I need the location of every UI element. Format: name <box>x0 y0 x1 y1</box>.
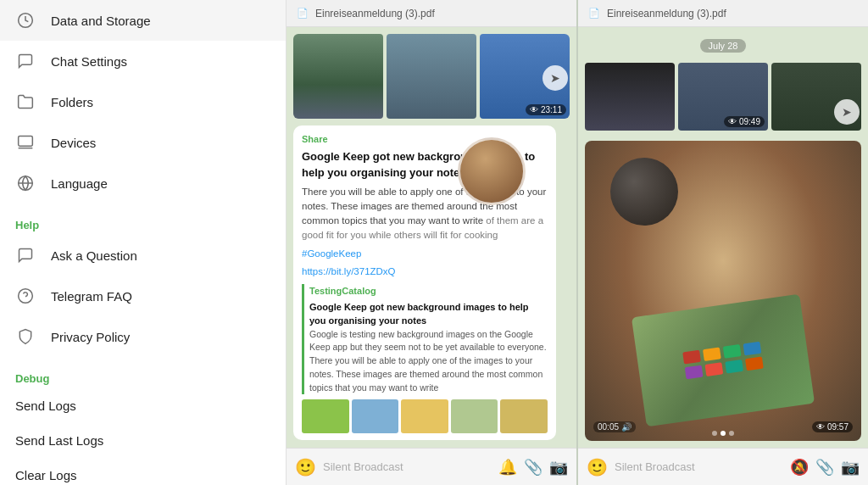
left-image-row: 👁23:11 <box>293 34 570 119</box>
sidebar-label-telegram-faq: Telegram FAQ <box>51 289 132 304</box>
left-header-filename: Einreiseanmeldung (3).pdf <box>315 8 435 20</box>
video-time-left: 23:11 <box>541 105 562 114</box>
pdf-icon-right: 📄 <box>588 8 600 19</box>
sidebar-item-chat-settings[interactable]: Chat Settings <box>0 41 286 81</box>
mini-thumb-1 <box>302 399 349 433</box>
clock-icon <box>15 10 36 31</box>
sidebar-label-folders: Folders <box>51 95 93 109</box>
mini-thumb-2 <box>352 399 399 433</box>
emoji-button-left[interactable]: 🙂 <box>295 457 316 477</box>
right-chat-panel: 📄 Einreiseanmeldung (3).pdf July 28 👁09:… <box>576 0 868 485</box>
vid-thumb-2: 👁09:49 <box>678 63 768 131</box>
dot-1 <box>712 431 717 436</box>
left-chat-panel: 📄 Einreiseanmeldung (3).pdf 👁23:11 ➤ Sha… <box>287 0 576 485</box>
duration-badge: 00:05 🔊 <box>593 421 636 432</box>
emoji-button-right[interactable]: 🙂 <box>587 457 608 477</box>
video-badge-right-2: 👁09:57 <box>812 421 853 432</box>
attach-icon-right[interactable]: 📎 <box>815 458 834 477</box>
svg-rect-1 <box>19 137 33 147</box>
sphere-decoration <box>610 158 678 226</box>
question-icon <box>15 286 36 306</box>
globe-icon <box>15 173 36 193</box>
sidebar-item-privacy-policy[interactable]: Privacy Policy <box>0 316 286 357</box>
camera-icon-left[interactable]: 📷 <box>549 458 568 477</box>
section-label-help: Help <box>0 210 286 235</box>
left-link-1[interactable]: #GoogleKeep <box>302 247 548 261</box>
sidebar-item-devices[interactable]: Devices <box>0 122 286 163</box>
laptop-icon <box>15 132 36 153</box>
left-link-2[interactable]: https://bit.ly/371ZDxQ <box>302 265 548 279</box>
sidebar-label-chat-settings: Chat Settings <box>51 54 127 69</box>
notification-icon-right[interactable]: 🔕 <box>790 458 809 477</box>
mini-thumb-3 <box>401 399 448 433</box>
chat-icon <box>15 51 36 71</box>
sidebar-item-language[interactable]: Language <box>0 163 286 203</box>
right-header-filename: Einreiseanmeldung (3).pdf <box>607 8 726 20</box>
right-chat-body: July 28 👁09:49 ➤ <box>578 27 868 448</box>
chat-circle-icon <box>15 245 36 265</box>
video-time-right-1: 09:49 <box>739 117 760 126</box>
sidebar-label-language: Language <box>51 176 108 191</box>
svg-point-5 <box>19 289 33 304</box>
left-chat-body: 👁23:11 ➤ Share Google Keep got new backg… <box>287 27 576 448</box>
mini-image-row <box>302 399 548 433</box>
forward-button-right[interactable]: ➤ <box>834 99 860 125</box>
preview-catalog-label: TestingCatalog <box>309 284 548 298</box>
sidebar: Data and Storage Chat Settings Folders D… <box>0 0 287 485</box>
sticker-float <box>458 137 526 205</box>
section-label-debug: Debug <box>0 364 286 388</box>
sidebar-item-send-logs[interactable]: Send Logs <box>0 388 286 423</box>
large-image-right: 👁09:57 00:05 🔊 <box>585 141 861 441</box>
shield-icon <box>15 326 36 347</box>
pdf-icon-left: 📄 <box>297 8 309 19</box>
right-chat-header: 📄 Einreiseanmeldung (3).pdf <box>578 0 868 27</box>
sidebar-item-ask-question[interactable]: Ask a Question <box>0 235 286 276</box>
dot-indicator <box>712 431 734 436</box>
sidebar-label-send-last-logs: Send Last Logs <box>15 433 103 448</box>
left-preview-box: TestingCatalog Google Keep got new backg… <box>302 284 548 394</box>
left-chat-input: 🙂 Silent Broadcast 🔔 📎 📷 <box>287 448 576 485</box>
attach-icon-left[interactable]: 📎 <box>524 458 542 477</box>
vid-thumb-1 <box>585 63 675 131</box>
right-input-placeholder[interactable]: Silent Broadcast <box>615 460 783 473</box>
sticker-laptop <box>632 294 815 427</box>
sidebar-item-folders[interactable]: Folders <box>0 81 286 122</box>
left-chat-header: 📄 Einreiseanmeldung (3).pdf <box>287 0 576 27</box>
sidebar-item-clear-logs[interactable]: Clear Logs <box>0 458 286 485</box>
sidebar-label-send-logs: Send Logs <box>15 399 76 413</box>
video-badge-right-1: 👁09:49 <box>724 116 765 127</box>
notification-icon-left[interactable]: 🔔 <box>498 458 517 477</box>
left-input-placeholder[interactable]: Silent Broadcast <box>323 460 492 473</box>
dot-3 <box>729 431 734 436</box>
sidebar-label-devices: Devices <box>51 136 96 150</box>
thumb-1 <box>293 34 383 119</box>
sidebar-label-privacy-policy: Privacy Policy <box>51 330 130 344</box>
sidebar-item-telegram-faq[interactable]: Telegram FAQ <box>0 276 286 316</box>
right-video-row: 👁09:49 <box>585 63 861 131</box>
video-badge-left: 👁23:11 <box>526 104 566 115</box>
forward-button-left[interactable]: ➤ <box>542 65 568 91</box>
dot-2 <box>721 431 726 436</box>
date-label: July 28 <box>700 39 747 53</box>
sidebar-label-clear-logs: Clear Logs <box>15 468 77 482</box>
camera-icon-right[interactable]: 📷 <box>841 458 860 477</box>
mini-thumb-5 <box>500 399 548 433</box>
sidebar-label-data-storage: Data and Storage <box>51 14 151 28</box>
sidebar-item-send-last-logs[interactable]: Send Last Logs <box>0 423 286 458</box>
mini-thumb-4 <box>451 399 498 433</box>
right-chat-input: 🙂 Silent Broadcast 🔕 📎 📷 <box>578 448 868 485</box>
sidebar-label-ask-question: Ask a Question <box>51 248 137 263</box>
preview-body: Google is testing new background images … <box>309 328 548 395</box>
date-bubble: July 28 <box>700 37 747 53</box>
thumb-2 <box>387 34 476 119</box>
preview-title: Google Keep got new background images to… <box>309 300 548 328</box>
folder-icon <box>15 92 36 112</box>
main-content: 📄 Einreiseanmeldung (3).pdf 👁23:11 ➤ Sha… <box>287 0 868 485</box>
sidebar-item-data-storage[interactable]: Data and Storage <box>0 0 286 41</box>
video-time-right-2: 09:57 <box>827 422 849 432</box>
